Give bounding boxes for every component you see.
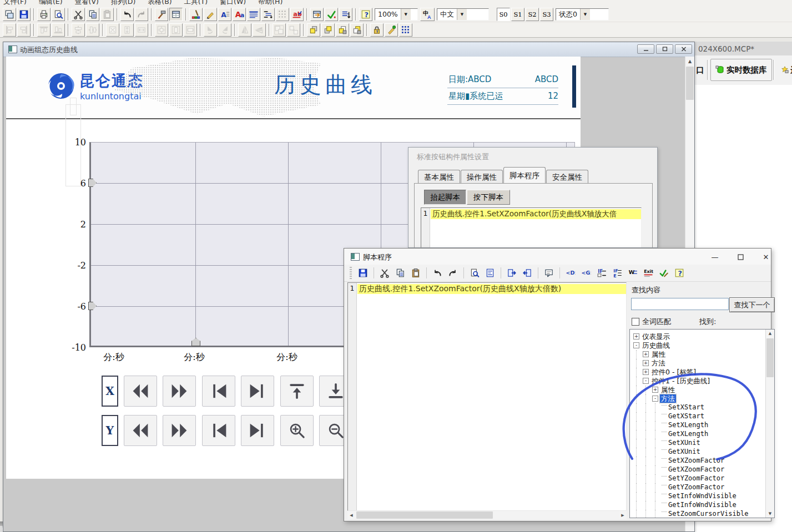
rotate-right-button[interactable] xyxy=(218,23,231,37)
tree-toggle-icon[interactable]: - xyxy=(643,378,649,384)
scroll-up-icon[interactable]: ▲ xyxy=(766,330,774,337)
grid-toggle-button[interactable] xyxy=(399,23,412,37)
grid-dots-button[interactable] xyxy=(276,8,289,21)
paste-button[interactable] xyxy=(100,8,114,21)
menu-item[interactable]: 查看(V) xyxy=(75,0,99,7)
tree-item[interactable]: GetYZoomFactor xyxy=(630,483,774,492)
state-S3-button[interactable]: S3 xyxy=(540,8,553,21)
menu-item[interactable]: 排列(D) xyxy=(111,0,135,7)
move-backward-button[interactable] xyxy=(350,23,364,37)
center-horizontal-button[interactable] xyxy=(86,23,99,37)
find-input[interactable] xyxy=(631,298,729,310)
close-button[interactable] xyxy=(675,44,692,54)
tree-item[interactable]: GetXUnit xyxy=(630,448,774,457)
print-preview-button[interactable] xyxy=(52,8,65,21)
menu-item[interactable]: 文件(F) xyxy=(3,0,27,7)
script-cut-button[interactable] xyxy=(377,266,392,280)
tree-toggle-icon[interactable]: + xyxy=(633,333,639,340)
properties-button[interactable] xyxy=(310,8,324,21)
cut-button[interactable] xyxy=(72,8,85,21)
run-strategy-button-partial[interactable]: 运 xyxy=(776,59,792,81)
tree-toggle-icon[interactable]: + xyxy=(643,360,649,366)
state-combobox[interactable]: 状态0 ▼ xyxy=(556,8,609,21)
align-right-button[interactable] xyxy=(17,23,31,37)
flip-horizontal-button[interactable] xyxy=(238,23,251,37)
script-undo-button[interactable] xyxy=(430,266,445,280)
tree-item[interactable]: +仪表显示 xyxy=(630,332,774,341)
maximize-button[interactable] xyxy=(656,44,673,54)
same-width-button[interactable] xyxy=(135,23,148,37)
tree-item[interactable]: -方法 xyxy=(630,394,774,403)
method-tree[interactable]: +仪表显示-历史曲线+属性+方法+控件0 - [标签]-控件1 - [历史曲线]… xyxy=(629,329,775,518)
dialog-tab-操作属性[interactable]: 操作属性 xyxy=(461,170,503,184)
align-top-button[interactable] xyxy=(37,23,51,37)
y-rewind-button[interactable] xyxy=(124,415,157,446)
menu-item[interactable]: 编辑(E) xyxy=(39,0,63,7)
tree-item[interactable]: SetYZoomFactor xyxy=(630,474,774,483)
bring-to-front-button[interactable] xyxy=(307,23,320,37)
tree-item[interactable]: SetXUnit xyxy=(630,439,774,448)
outline-list-button[interactable] xyxy=(261,8,275,21)
script-redo-button[interactable] xyxy=(446,266,460,280)
redo-button[interactable] xyxy=(135,8,148,21)
menu-item[interactable]: 工具(T) xyxy=(184,0,208,7)
copy-button[interactable] xyxy=(86,8,99,21)
scrollbar-thumb[interactable] xyxy=(686,67,694,100)
tree-item[interactable]: SetZoomCursorVisible xyxy=(630,510,774,518)
scroll-down-icon[interactable]: ▼ xyxy=(766,510,774,518)
tree-item[interactable]: SetXLength xyxy=(630,421,774,430)
tree-item[interactable]: SetXStart xyxy=(630,403,774,412)
center-vertical-button[interactable] xyxy=(72,23,85,37)
event-list-button[interactable] xyxy=(339,8,352,21)
script-paste-button[interactable] xyxy=(408,266,423,280)
tree-toggle-icon[interactable]: - xyxy=(633,342,639,348)
chevron-down-icon[interactable]: ▼ xyxy=(457,9,467,20)
chevron-down-icon[interactable]: ▼ xyxy=(401,9,411,20)
insert-if-else-block-button[interactable]: IFE xyxy=(610,266,624,280)
language-char-button[interactable]: 中A xyxy=(420,8,435,21)
scroll-up-icon[interactable]: ▲ xyxy=(685,57,694,65)
minimize-button[interactable]: — xyxy=(705,251,724,263)
move-forward-button[interactable] xyxy=(336,23,349,37)
tree-item[interactable]: GetXZoomFactor xyxy=(630,465,774,474)
same-size-button[interactable] xyxy=(106,23,119,37)
save-button[interactable] xyxy=(17,8,31,21)
tree-item[interactable]: -控件1 - [历史曲线] xyxy=(630,377,774,386)
undo-button[interactable] xyxy=(120,8,134,21)
scrollbar-thumb[interactable] xyxy=(356,511,493,519)
tree-item[interactable]: SetXZoomFactor xyxy=(630,457,774,465)
insert-while-block-button[interactable]: W xyxy=(625,266,640,280)
zoom-combobox[interactable]: 100% ▼ xyxy=(375,8,418,21)
press-script-tab[interactable]: 按下脚本 xyxy=(467,190,510,205)
tree-item[interactable]: +属性 xyxy=(630,386,774,394)
insert-if-block-button[interactable]: IF xyxy=(594,266,609,280)
lock-button[interactable]: T xyxy=(370,23,384,37)
curve-window-titlebar[interactable]: 动画组态历史曲线 xyxy=(3,42,694,57)
state-S0-button[interactable]: S0 xyxy=(497,8,510,21)
script-comment-button[interactable] xyxy=(542,266,556,280)
realtime-database-button[interactable]: 实时数据库 xyxy=(710,59,772,81)
tree-item[interactable]: -历史曲线 xyxy=(630,341,774,350)
state-S1-button[interactable]: S1 xyxy=(511,8,524,21)
x-rewind-button[interactable] xyxy=(124,376,157,407)
release-script-tab[interactable]: 抬起脚本 xyxy=(424,190,466,205)
y-skip-start-button[interactable] xyxy=(202,415,235,446)
script-help-button[interactable]: ? xyxy=(672,266,687,280)
x-scroll-top-button[interactable] xyxy=(280,376,314,407)
menu-item[interactable]: 表格(B) xyxy=(148,0,171,7)
help-button[interactable]: ? xyxy=(359,8,372,21)
insert-exit-block-button[interactable]: Exit xyxy=(641,266,655,280)
font-button[interactable]: Aa xyxy=(233,8,246,21)
insert-data-token-button[interactable]: <D> xyxy=(563,266,578,280)
script-window-titlebar[interactable]: 脚本程序 — ✕ xyxy=(344,249,771,265)
x-skip-end-button[interactable] xyxy=(241,376,274,407)
chevron-down-icon[interactable]: ▼ xyxy=(580,9,590,20)
script-format-button[interactable] xyxy=(483,266,497,280)
script-import-button[interactable] xyxy=(520,266,534,280)
script-editor[interactable]: 1 历史曲线.控件1.SetXZoomFactor(历史曲线X轴放大倍数) xyxy=(347,282,627,511)
center-window-both-button[interactable] xyxy=(155,23,168,37)
menu-item[interactable]: 帮助(H) xyxy=(258,0,283,7)
scroll-right-icon[interactable]: ▶ xyxy=(619,511,627,519)
dialog-tab-安全属性[interactable]: 安全属性 xyxy=(546,170,588,184)
fill-color-button[interactable] xyxy=(189,8,203,21)
